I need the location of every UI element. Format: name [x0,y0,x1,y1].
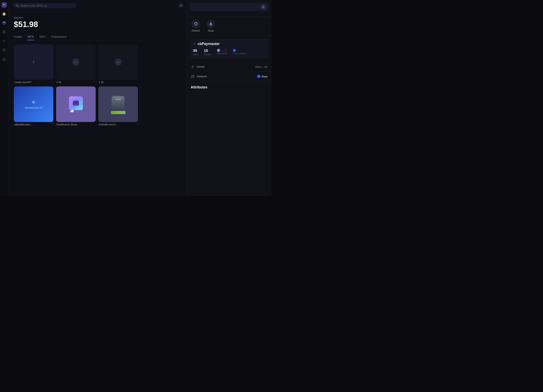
search-bar[interactable] [13,3,76,8]
svg-point-10 [75,61,76,62]
sidebar-explore[interactable] [1,29,7,35]
refresh-icon [194,22,198,26]
network-label: Network [197,75,207,78]
nft-label-ens: sillywallet.base.... [14,123,53,126]
svg-point-17 [192,66,193,67]
nft-label-dull: Dullsville and th... [98,123,138,126]
collection-name: cbPaymaster [198,42,220,46]
collection-star-icon: ✦ [193,42,196,46]
share-button[interactable]: Share [206,20,215,32]
tab-crypto[interactable]: Crypto [14,33,22,40]
nft-label-38: # 38 [98,81,138,84]
stat-volume: ● — 7-day volume [233,49,246,56]
network-icon [191,74,195,78]
profile-avatar [260,4,266,10]
sidebar-home[interactable]: 🏠 [1,11,7,17]
stat-items: 39 Items [193,49,198,56]
network-left: Network [191,74,207,78]
owner-icon [191,65,195,69]
svg-rect-21 [193,77,194,78]
volume-dash: — [237,49,239,52]
nft-card-38[interactable]: # 38 [98,44,138,84]
sidebar: 🏠 [0,0,8,196]
network-name: Base [262,75,267,78]
tab-defi[interactable]: DeFi [40,33,45,40]
nft-label-39: # 39 [56,81,96,84]
close-panel-button[interactable]: ✕ [178,3,184,8]
refresh-label: Refresh [192,29,200,32]
collection-stats: 39 Items 15 Owners ⬡ — i Floor price ● — [193,49,265,56]
sidebar-portfolio[interactable] [1,20,7,26]
svg-rect-0 [3,4,6,6]
network-value: Base [257,75,267,78]
nft-card-dull[interactable]: DANGER JOYGU Dullsville and th... [98,86,138,126]
svg-rect-13 [74,100,75,101]
nft-card-39[interactable]: # 39 [56,44,96,84]
nft-detail-panel: Refresh Share ✦ cbPaymaster 39 Items [187,0,272,196]
volume-label: 7-day volume [233,52,246,55]
eth-icon: ⬡ [217,49,220,52]
nft-card-ens[interactable]: ❄ sillywallet.base.eth sillywallet.base.… [14,86,53,126]
attributes-title: Attributes [191,85,267,89]
sidebar-receive[interactable] [1,56,7,62]
owner-label: Owner [197,65,205,68]
refresh-icon-circle [192,20,200,28]
stat-owners: 15 Owners [204,49,211,56]
svg-rect-19 [193,75,194,76]
owner-left: Owner [191,65,205,69]
nft-card-doodle[interactable]: ☁️ Doodleverse (Draw... [56,86,96,126]
collection-header: ✦ cbPaymaster [193,42,265,46]
attributes-section: Attributes [187,81,272,94]
search-icon [16,4,19,7]
app-logo[interactable] [2,2,7,7]
items-value: 39 [193,49,198,53]
svg-point-16 [263,6,264,7]
create-nft-card[interactable]: + Create new NFT [14,44,53,84]
svg-point-11 [118,61,119,62]
svg-rect-20 [191,77,192,78]
create-nft-label: Create new NFT [14,81,53,84]
placeholder-icon-38 [115,58,122,66]
nft-label-doodle: Doodleverse (Draw... [56,123,96,126]
svg-rect-14 [76,100,78,101]
action-buttons: Refresh Share [187,16,272,36]
sidebar-activity[interactable] [1,38,7,44]
tab-nfts[interactable]: NFTs [28,33,34,40]
panel-header [187,0,272,16]
share-label: Share [208,29,214,32]
ens-snowflake: ❄ [32,99,36,105]
network-row: Network Base [187,72,272,81]
collection-info-card: ✦ cbPaymaster 39 Items 15 Owners ⬡ — i F… [190,39,268,59]
floor-label: Floor price [217,52,227,55]
profile-bar [190,3,268,11]
owner-row: Owner sillyw....eth [187,62,272,72]
ens-wallet-text: sillywallet.base.eth [24,107,43,109]
svg-point-15 [74,104,78,106]
tab-transactions[interactable]: Transactions [51,33,67,40]
floor-info-icon: i [225,49,227,52]
share-icon-circle [206,20,215,28]
owners-value: 15 [204,49,211,53]
stat-floor: ⬡ — i Floor price [217,49,227,56]
share-icon [209,22,213,26]
search-input[interactable] [20,4,73,7]
floor-dash: — [221,49,224,52]
svg-line-9 [18,6,19,7]
items-label: Items [193,53,198,56]
owners-label: Owners [204,53,211,56]
base-icon: ● [233,49,236,52]
svg-rect-1 [3,4,4,5]
svg-rect-18 [191,75,192,76]
owner-value: sillyw....eth [255,65,267,68]
base-network-icon [257,75,260,78]
sidebar-send[interactable] [1,47,7,53]
placeholder-icon-39 [72,58,79,66]
refresh-button[interactable]: Refresh [192,20,200,32]
